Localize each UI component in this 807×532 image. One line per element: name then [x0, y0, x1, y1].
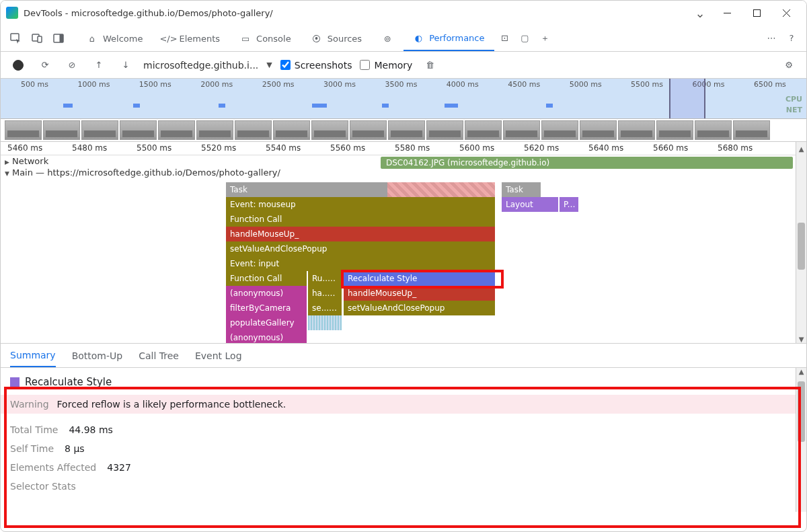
tab-console[interactable]: ▭Console	[231, 26, 301, 51]
flame-setValueAndClosePopup[interactable]: setValueAndClosePopup	[344, 301, 495, 315]
dtab-summary[interactable]: Summary	[10, 344, 56, 367]
filmstrip-thumb[interactable]	[388, 120, 425, 140]
flame-function-call[interactable]: Function Call	[226, 271, 307, 286]
dtab-calltree[interactable]: Call Tree	[139, 345, 179, 367]
tab-welcome[interactable]: ⌂Welcome	[77, 26, 152, 51]
filmstrip-thumb[interactable]	[81, 120, 118, 140]
load-profile-button[interactable]: ↑	[89, 56, 108, 75]
filmstrip-thumb[interactable]	[158, 120, 195, 140]
tab-dropdown-button[interactable]: ⌄	[688, 6, 712, 20]
capture-settings-button[interactable]: ⚙	[779, 56, 798, 75]
close-button[interactable]	[771, 3, 801, 23]
network-resource-bar[interactable]: DSC04162.JPG (microsoftedge.github.io)	[381, 157, 793, 169]
dtab-eventlog[interactable]: Event Log	[195, 345, 242, 367]
flame-setup[interactable]: se...up	[308, 301, 342, 315]
application-panel-button[interactable]: ▢	[516, 29, 535, 48]
maximize-button[interactable]	[742, 3, 771, 23]
filmstrip-thumb[interactable]	[503, 120, 540, 140]
minimize-button[interactable]	[712, 3, 742, 23]
gauge-icon: ◐	[413, 33, 424, 44]
selector-stats-label[interactable]: Selector Stats	[10, 481, 76, 492]
filmstrip-thumb[interactable]	[541, 120, 578, 140]
screenshots-toggle[interactable]: Screenshots	[280, 60, 352, 71]
self-time-label: Self Time	[10, 443, 54, 454]
flame-long-task[interactable]	[387, 182, 495, 197]
memory-toggle[interactable]: Memory	[360, 60, 412, 71]
filmstrip-thumb[interactable]	[5, 120, 42, 140]
flame-function-call[interactable]: Function Call	[226, 212, 495, 227]
wifi-icon: ⊚	[382, 34, 393, 44]
scroll-up-button[interactable]: ▲	[796, 368, 806, 375]
filmstrip-thumb[interactable]	[120, 120, 157, 140]
flame-runtasks[interactable]: Ru...ks	[308, 271, 342, 286]
overview-tick: 3500 ms	[385, 80, 417, 89]
flame-layout[interactable]: Layout	[502, 197, 558, 212]
clear-button[interactable]: ⊘	[63, 56, 81, 75]
flame-microtasks[interactable]	[308, 315, 342, 330]
filmstrip-thumb[interactable]	[656, 120, 693, 140]
filmstrip-thumb[interactable]	[273, 120, 310, 140]
svg-rect-8	[60, 34, 64, 42]
record-button[interactable]	[9, 56, 28, 75]
flame-event-mouseup[interactable]: Event: mouseup	[226, 197, 495, 212]
screenshots-checkbox[interactable]	[280, 60, 291, 70]
scroll-up-button[interactable]: ▲	[796, 142, 806, 155]
screenshot-filmstrip[interactable]	[1, 119, 806, 142]
scrollbar-thumb[interactable]	[798, 381, 805, 442]
delete-recording-button[interactable]: 🗑	[420, 56, 439, 75]
ruler-tick: 5680 ms	[718, 143, 753, 153]
flame-setValueAndClosePopup[interactable]: setValueAndClosePopup	[226, 241, 495, 256]
filmstrip-thumb[interactable]	[465, 120, 502, 140]
dock-side-button[interactable]	[49, 29, 68, 48]
overview-tick: 2000 ms	[200, 80, 233, 89]
ruler-tick: 5480 ms	[72, 143, 107, 153]
recording-dropdown-button[interactable]: ▼	[266, 61, 272, 69]
help-button[interactable]: ?	[782, 29, 801, 48]
filmstrip-thumb[interactable]	[618, 120, 655, 140]
flame-event-input[interactable]: Event: input	[226, 256, 495, 271]
filmstrip-thumb[interactable]	[43, 120, 80, 140]
tab-sources[interactable]: ⦿Sources	[302, 26, 371, 51]
reload-record-button[interactable]: ⟳	[36, 56, 54, 75]
flame-handleMouseUp[interactable]: handleMouseUp_	[344, 286, 495, 301]
filmstrip-thumb[interactable]	[580, 120, 617, 140]
ruler-tick: 5560 ms	[330, 143, 365, 153]
flame-populateGallery[interactable]: populateGallery	[226, 315, 307, 330]
filmstrip-thumb[interactable]	[311, 120, 348, 140]
flame-paint[interactable]: P...	[560, 197, 578, 212]
inspect-element-button[interactable]	[6, 29, 25, 48]
dtab-bottomup[interactable]: Bottom-Up	[72, 345, 123, 367]
overview-tick: 1000 ms	[77, 80, 110, 89]
filmstrip-thumb[interactable]	[235, 120, 272, 140]
flame-filterByCamera[interactable]: filterByCamera	[226, 301, 307, 315]
flame-task[interactable]: Task	[502, 182, 541, 197]
flame-handleMouseUp[interactable]: handleMouseUp_	[226, 227, 495, 241]
tab-label: Elements	[179, 34, 220, 44]
tab-network-conditions[interactable]: ⊚	[373, 26, 402, 51]
tab-label: Welcome	[103, 34, 143, 44]
filmstrip-thumb[interactable]	[196, 120, 233, 140]
tab-elements[interactable]: </>Elements	[153, 26, 229, 51]
more-tools-button[interactable]: ⋯	[762, 29, 781, 48]
add-tab-button[interactable]: ＋	[536, 29, 555, 48]
filmstrip-thumb[interactable]	[350, 120, 387, 140]
flame-chart[interactable]: Network DSC04162.JPG (microsoftedge.gith…	[1, 155, 806, 344]
flame-ruler[interactable]: ▲ 5460 ms5480 ms5500 ms5520 ms5540 ms556…	[1, 142, 806, 155]
scrollbar-thumb[interactable]	[798, 223, 805, 270]
memory-checkbox[interactable]	[360, 60, 370, 70]
filmstrip-thumb[interactable]	[695, 120, 732, 140]
ruler-tick: 5620 ms	[524, 143, 559, 153]
flame-recalculate-style[interactable]: Recalculate Style	[344, 271, 495, 286]
save-profile-button[interactable]: ↓	[116, 56, 135, 75]
scroll-down-button[interactable]: ▼	[796, 336, 806, 343]
flame-anonymous[interactable]: (anonymous)	[226, 286, 307, 301]
flame-hap[interactable]: ha...p...	[308, 286, 342, 301]
filmstrip-thumb[interactable]	[733, 120, 770, 140]
device-toolbar-button[interactable]	[28, 29, 46, 48]
tab-performance[interactable]: ◐Performance	[404, 26, 494, 51]
flame-anonymous[interactable]: (anonymous)	[226, 330, 307, 344]
timeline-overview[interactable]: 500 ms1000 ms1500 ms2000 ms2500 ms3000 m…	[1, 79, 806, 119]
memory-panel-button[interactable]: ⊡	[496, 29, 514, 48]
recording-url[interactable]: microsoftedge.github.i...	[143, 60, 258, 71]
filmstrip-thumb[interactable]	[426, 120, 463, 140]
